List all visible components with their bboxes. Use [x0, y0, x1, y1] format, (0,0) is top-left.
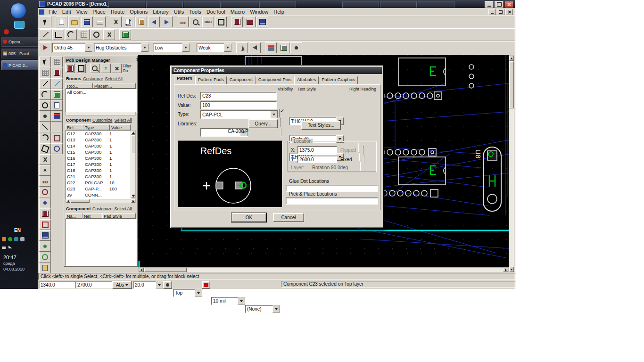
panel-filter-on-button[interactable]: Y	[101, 64, 111, 73]
scroll-up-button[interactable]	[509, 56, 514, 61]
components-col-ref[interactable]: Ref...	[66, 124, 83, 130]
background-window-tab[interactable]	[418, 1, 454, 8]
chevron-down-icon[interactable]	[224, 43, 231, 52]
components-view-button[interactable]	[278, 42, 289, 53]
network-icon[interactable]	[2, 245, 6, 249]
macro-record-button[interactable]	[163, 281, 172, 289]
menu-view[interactable]: View	[74, 8, 90, 15]
chevron-down-icon[interactable]	[272, 305, 280, 313]
route-miter-button[interactable]	[103, 29, 115, 40]
copy-button[interactable]	[123, 16, 134, 27]
minimize-button[interactable]	[485, 1, 494, 8]
components-vscrollbar[interactable]	[131, 130, 136, 198]
chevron-down-icon[interactable]	[195, 289, 202, 296]
panel-titlebar[interactable]: Pcb Design Manager	[65, 57, 137, 63]
components-customize-button[interactable]: Customize	[92, 118, 113, 123]
tool-polygon[interactable]	[39, 143, 51, 154]
rooms-col-room[interactable]: Roo...	[66, 83, 93, 89]
chevron-down-icon[interactable]	[238, 297, 245, 304]
menu-utils[interactable]: Utils	[172, 8, 186, 15]
scroll-left-button[interactable]	[139, 268, 144, 272]
nets-col-net[interactable]: Net	[83, 213, 102, 219]
query-button[interactable]: Query...	[248, 119, 278, 128]
tool-component[interactable]	[51, 67, 63, 78]
tool-copper-pour[interactable]	[39, 208, 51, 219]
menu-window[interactable]: Window	[248, 8, 271, 15]
tray-icon-2[interactable]	[8, 237, 12, 241]
components-col-type[interactable]: Type	[83, 124, 110, 130]
x-input[interactable]: 1375.0	[297, 146, 337, 154]
tool-check[interactable]	[51, 122, 63, 132]
new-button[interactable]	[56, 16, 67, 27]
x-coordinate-input[interactable]: 1340.0	[39, 281, 75, 288]
refdes-visibility-checkbox[interactable]	[279, 109, 280, 118]
tray-icon-1[interactable]	[2, 237, 6, 241]
canvas-vscrollbar[interactable]	[509, 55, 514, 272]
route-arc-button[interactable]	[65, 29, 77, 40]
rooms-customize-button[interactable]: Customize	[83, 76, 103, 81]
table-row[interactable]: C16CAP3001	[66, 155, 131, 161]
fixed-checkbox[interactable]	[364, 156, 365, 165]
zoom-window-button[interactable]	[215, 16, 227, 27]
scroll-down-button[interactable]	[509, 267, 514, 272]
ref-des-input[interactable]: C23	[200, 92, 277, 100]
priority-select[interactable]: Low	[153, 43, 190, 52]
y-coordinate-input[interactable]: 2700.0	[75, 281, 112, 288]
desktop-icon[interactable]	[14, 21, 25, 29]
components-hscrollbar[interactable]	[66, 199, 136, 203]
tool-circle[interactable]	[39, 100, 51, 111]
menu-route[interactable]: Route	[108, 8, 127, 15]
table-row[interactable]: C21CAP3001	[66, 173, 131, 180]
value-input[interactable]: 100	[200, 101, 277, 109]
menu-tools[interactable]: Tools	[187, 8, 204, 15]
rooms-select-all-button[interactable]: Select All	[105, 76, 123, 81]
ok-button[interactable]: OK	[231, 213, 266, 222]
table-row[interactable]: C18CAP3001	[66, 167, 131, 173]
panel-components-button[interactable]	[65, 64, 75, 73]
tab-pattern-graphics[interactable]: Pattern Graphics	[319, 76, 358, 84]
open-button[interactable]	[68, 16, 80, 27]
nets-col-padstyle[interactable]: Pad Style	[102, 213, 136, 219]
mdi-child-icon[interactable]	[39, 9, 44, 15]
tab-component-pins[interactable]: Component Pins	[256, 76, 294, 84]
table-row[interactable]: All Com...	[66, 89, 136, 95]
background-window-tab[interactable]	[108, 1, 145, 8]
layer-color-swatch[interactable]	[202, 281, 210, 289]
layers-button[interactable]	[265, 42, 277, 53]
cut-button[interactable]	[110, 16, 122, 27]
tool-room[interactable]	[39, 230, 51, 241]
components-select-all-button[interactable]: Select All	[115, 118, 132, 123]
panel-patterns-button[interactable]	[76, 64, 86, 73]
menu-file[interactable]: File	[46, 8, 59, 15]
net-select[interactable]: (None)	[245, 305, 281, 313]
tool-select[interactable]	[39, 57, 51, 67]
push-traces-button[interactable]	[236, 42, 248, 53]
background-window-tab[interactable]	[259, 1, 296, 8]
tool-stamp[interactable]	[51, 132, 63, 143]
tool-cutout[interactable]	[39, 154, 51, 165]
route-interactive-button[interactable]	[52, 29, 64, 40]
tray-icon-4[interactable]	[20, 237, 25, 241]
volume-icon[interactable]	[8, 246, 12, 248]
obstacle-mode-select[interactable]: Hug Obstacles	[94, 43, 149, 52]
menu-place[interactable]: Place	[90, 8, 108, 15]
pick-place-input[interactable]	[286, 197, 378, 205]
background-window-tab[interactable]	[342, 1, 379, 8]
tool-grid[interactable]	[39, 67, 51, 78]
table-row[interactable]: C15CAP3001	[66, 149, 131, 155]
chevron-down-icon[interactable]	[182, 43, 190, 52]
tab-pattern[interactable]: Pattern	[174, 74, 195, 84]
table-row[interactable]: C22POLCAP10	[66, 180, 131, 186]
background-window-tab[interactable]	[222, 1, 258, 8]
library-button[interactable]	[256, 16, 268, 27]
select-tool-button[interactable]	[40, 16, 51, 27]
chevron-down-icon[interactable]	[85, 43, 92, 52]
tool-pad[interactable]	[39, 187, 51, 197]
table-row[interactable]: C17CAP3001	[66, 161, 131, 167]
chevron-down-icon[interactable]	[141, 43, 149, 52]
tab-attributes[interactable]: Attributes	[294, 76, 319, 84]
rooms-table[interactable]: All Com...	[66, 89, 137, 113]
nets-select-all-button[interactable]: Select All	[115, 206, 132, 211]
zoom-button[interactable]	[190, 16, 201, 27]
panel-zoom-button[interactable]	[90, 64, 100, 73]
